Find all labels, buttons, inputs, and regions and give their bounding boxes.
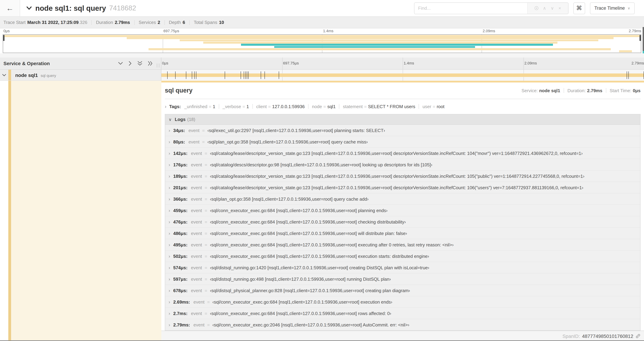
chevron-right-icon[interactable] (128, 61, 132, 66)
log-value: ‹sql/catalog/descs/descriptor.go:98 [nsq… (210, 162, 432, 167)
log-row[interactable]: › 2.7ms: event = ‹sql/conn_executor_exec… (165, 307, 640, 319)
tag-divider (339, 104, 340, 109)
log-row[interactable]: › 201μs: event = ‹sql/catalog/lease/desc… (165, 182, 640, 193)
detail-divider (165, 99, 640, 99)
log-row[interactable]: › 678μs: event = ‹sql/distsql_physical_p… (165, 284, 640, 296)
info-label: Services (139, 20, 156, 25)
log-row[interactable]: › 2.79ms: event = ‹sql/conn_executor_exe… (165, 319, 640, 330)
scrollbar-thumb[interactable] (642, 27, 644, 53)
keyboard-shortcuts-button[interactable]: ⌘ (573, 2, 585, 14)
log-value: ‹sql/catalog/lease/descriptor_version_st… (210, 174, 584, 179)
log-timestamp: 495μs: (173, 242, 188, 247)
minimap-span (241, 44, 553, 46)
log-row[interactable]: › 2.69ms: event = ‹sql/conn_executor_exe… (165, 296, 640, 307)
trace-title: node sql1: sql query (35, 4, 106, 12)
detail-operation-title: sql query (165, 87, 522, 94)
chevron-right-icon: › (168, 219, 170, 225)
service-color-strip (8, 70, 11, 80)
span-row-name-cell[interactable]: node sql1 sql query (0, 70, 161, 81)
log-text: event = ‹sql/conn_executor_exec.go:684 [… (191, 208, 388, 213)
chevron-right-icon: › (165, 104, 166, 109)
log-value: ‹sql/conn_executor_exec.go:684 [nsql1,cl… (210, 219, 406, 225)
tag-item: node = sql1 (312, 104, 336, 109)
tag-equals: = (242, 104, 245, 109)
tag-value: root (436, 104, 444, 109)
log-field-name: event (191, 276, 202, 282)
tag-value: SELECT * FROM users (368, 104, 415, 109)
log-row[interactable]: › 176μs: event = ‹sql/catalog/descs/desc… (165, 159, 640, 170)
log-row[interactable]: › 476μs: event = ‹sql/conn_executor_exec… (165, 216, 640, 227)
log-row[interactable]: › 80μs: event = ‹sql/plan_opt.go:358 [ns… (165, 136, 640, 147)
back-button[interactable]: ← (0, 0, 20, 16)
span-row-bar-cell[interactable] (161, 70, 644, 81)
tag-equals: = (432, 104, 435, 109)
info-value: 2 (158, 20, 160, 25)
trace-timeline-page: ← node sql1: sql query 7418682 ∧ ∨ × ⌘ (0, 0, 644, 341)
log-equals: = (205, 219, 207, 225)
log-marker-tick (247, 71, 248, 79)
focus-target-icon[interactable] (534, 6, 538, 10)
span-collapse-chevron-icon[interactable] (0, 74, 8, 76)
log-row[interactable]: › 459μs: event = ‹sql/conn_executor_exec… (165, 204, 640, 216)
chevron-right-icon: › (168, 185, 170, 190)
chevron-down-icon[interactable] (118, 62, 123, 65)
double-chevron-down-icon[interactable] (138, 61, 142, 66)
log-equals: = (207, 322, 210, 327)
log-row[interactable]: › 495μs: event = ‹sql/conn_executor_exec… (165, 239, 640, 250)
log-marker-tick (278, 71, 279, 79)
column-resize-grip[interactable] (157, 63, 159, 68)
info-value: 6 (183, 20, 185, 25)
info-divider (134, 20, 134, 25)
log-row[interactable]: › 574μs: event = ‹sql/distsql_running.go… (165, 262, 640, 273)
tags-row[interactable]: › Tags: _unfinished = 1 _verbose = 1 cli… (165, 102, 640, 111)
link-icon[interactable] (635, 333, 640, 338)
log-row[interactable]: › 34μs: event = ‹sql/exec_util.go:2297 [… (165, 125, 640, 136)
minimap-left-handle[interactable] (3, 35, 4, 41)
info-divider (164, 20, 165, 25)
log-value: ‹sql/distsql_physical_planner.go:828 [ns… (210, 288, 410, 293)
find-clear-icon[interactable]: × (558, 6, 561, 11)
find-prev-icon[interactable]: ∧ (543, 6, 546, 11)
log-text: event = ‹sql/distsql_physical_planner.go… (191, 288, 410, 293)
log-marker-tick (167, 71, 168, 79)
log-field-name: event (191, 254, 202, 259)
chevron-right-icon: › (168, 242, 170, 247)
log-timestamp: 2.7ms: (173, 311, 188, 316)
log-row[interactable]: › 502μs: event = ‹sql/conn_executor_exec… (165, 250, 640, 262)
detail-header: sql query Service:node sql1Duration:2.79… (165, 85, 640, 96)
chevron-right-icon: › (168, 254, 170, 259)
info-value-suffix: .326 (78, 20, 88, 25)
log-value: ‹sql/conn_executor_exec.go:684 [nsql1,cl… (210, 311, 391, 316)
minimap-tick-label: 1.4ms (323, 29, 334, 33)
minimap-canvas[interactable] (3, 34, 641, 53)
double-chevron-right-icon[interactable] (148, 61, 153, 66)
log-row[interactable]: › 189μs: event = ‹sql/catalog/lease/desc… (165, 170, 640, 182)
minimap-right-handle[interactable] (640, 35, 641, 41)
log-text: event = ‹sql/plan_opt.go:358 [nsql1,clie… (188, 139, 368, 145)
find-next-icon[interactable]: ∨ (551, 6, 554, 11)
log-value: ‹sql/exec_util.go:2297 [nsql1,client=127… (208, 128, 385, 133)
log-field-name: event (191, 162, 202, 167)
minimap-tick-label: 2.09ms (483, 29, 495, 33)
span-detail-panel: sql query Service:node sql1Duration:2.79… (161, 81, 644, 341)
tag-equals: = (209, 104, 212, 109)
log-marker-tick (628, 71, 629, 79)
log-value: ‹sql/plan_opt.go:358 [nsql1,client=127.0… (210, 196, 368, 202)
summary-value: 2.79ms (587, 88, 602, 93)
log-field-name: event (188, 128, 200, 133)
logs-header[interactable]: ∨ Logs (18) (165, 114, 640, 125)
log-field-name: event (188, 139, 200, 145)
find-input[interactable] (414, 3, 527, 14)
title-chevron-down-icon[interactable] (26, 6, 32, 10)
log-row[interactable]: › 597μs: event = ‹sql/distsql_running.go… (165, 273, 640, 284)
log-text: event = ‹sql/catalog/lease/descriptor_ve… (191, 185, 583, 190)
log-timestamp: 176μs: (173, 162, 188, 167)
chevron-right-icon: › (168, 174, 170, 179)
tag-key: statement (343, 104, 363, 109)
trace-view-select[interactable]: Trace Timeline ∨ (590, 2, 635, 14)
log-row[interactable]: › 142μs: event = ‹sql/catalog/lease/desc… (165, 147, 640, 159)
log-row[interactable]: › 486μs: event = ‹sql/conn_executor_exec… (165, 227, 640, 239)
log-row[interactable]: › 366μs: event = ‹sql/plan_opt.go:358 [n… (165, 193, 640, 204)
log-marker-tick (175, 71, 176, 79)
log-equals: = (205, 196, 207, 202)
